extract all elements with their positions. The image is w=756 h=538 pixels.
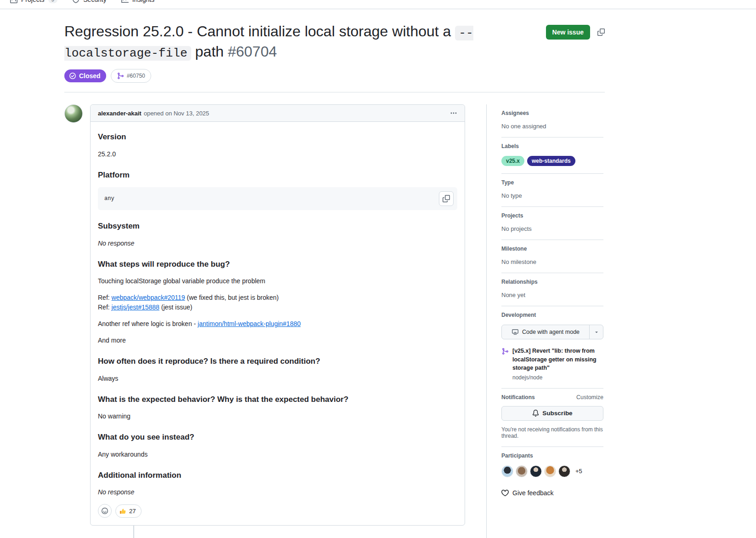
participant-avatar[interactable] — [558, 465, 570, 477]
and-more-paragraph: And more — [98, 336, 457, 345]
status-badge: Closed — [64, 69, 106, 82]
label-v25x[interactable]: v25.x — [501, 156, 524, 166]
customize-link[interactable]: Customize — [576, 394, 603, 401]
issue-title-text2: path — [191, 43, 228, 60]
issue-title-text: Regression 25.2.0 - Cannot initialize lo… — [64, 23, 455, 40]
kebab-menu-icon[interactable] — [450, 109, 457, 117]
tab-insights[interactable]: Insights — [114, 0, 162, 9]
copy-code-button[interactable] — [439, 191, 454, 206]
ref2-link[interactable]: jestjs/jest#15888 — [112, 303, 159, 311]
comment-header: alexander-akait opened on Nov 13, 2025 — [91, 105, 465, 122]
sidebar-section-type[interactable]: Type No type — [501, 174, 603, 207]
code-with-agent-button-group: Code with agent mode — [501, 325, 603, 339]
linked-pr-number: #60750 — [127, 73, 145, 79]
avatar[interactable] — [64, 104, 83, 123]
thumbs-up-count: 27 — [129, 507, 136, 516]
comment-author[interactable]: alexander-akait — [98, 110, 142, 117]
shield-icon — [72, 0, 80, 3]
participant-avatar[interactable] — [516, 465, 528, 477]
linked-pr-item[interactable]: [v25.x] Revert "lib: throw from localSto… — [501, 347, 603, 380]
linked-pr-chip[interactable]: #60750 — [111, 69, 151, 83]
tab-security[interactable]: Security — [65, 0, 114, 9]
agent-dropdown-button[interactable] — [589, 325, 603, 339]
status-badge-label: Closed — [79, 72, 101, 80]
thumbs-up-icon — [119, 508, 126, 515]
subscribe-label: Subscribe — [542, 410, 572, 417]
bell-icon — [532, 410, 539, 417]
git-merge-icon — [117, 72, 124, 80]
platform-code-block: any — [98, 187, 457, 210]
instead-value: Any workarounds — [98, 450, 457, 459]
ref2-prefix: Ref: — [98, 303, 112, 311]
issue-title: Regression 25.2.0 - Cannot initialize lo… — [64, 21, 546, 62]
version-value: 25.2.0 — [98, 149, 457, 159]
give-feedback-link[interactable]: Give feedback — [501, 489, 603, 497]
copy-title-icon[interactable] — [597, 29, 605, 36]
section-heading-subsystem: Subsystem — [98, 220, 457, 232]
participant-avatar[interactable] — [544, 465, 556, 477]
tab-security-label: Security — [83, 0, 107, 3]
section-heading-version: Version — [98, 131, 457, 143]
type-value: No type — [501, 192, 603, 199]
participant-avatar[interactable] — [501, 465, 513, 477]
ref1-suffix: (we fixed this, but jest is broken) — [185, 294, 279, 301]
linked-pr-title: [v25.x] Revert "lib: throw from localSto… — [512, 347, 603, 372]
type-heading: Type — [501, 179, 603, 186]
sidebar-section-milestone[interactable]: Milestone No milestone — [501, 240, 603, 273]
sidebar-section-development: Development Code with agent mode [v25.x — [501, 306, 603, 388]
code-with-agent-label: Code with agent mode — [522, 329, 580, 335]
new-issue-button[interactable]: New issue — [546, 25, 590, 40]
relationships-value: None yet — [501, 292, 603, 298]
often-value: Always — [98, 374, 457, 383]
assignees-value: No one assigned — [501, 123, 603, 130]
section-heading-instead: What do you see instead? — [98, 431, 457, 443]
section-heading-platform: Platform — [98, 169, 457, 181]
comment-timestamp: opened on Nov 13, 2025 — [144, 110, 209, 117]
reactions-row: 27 — [98, 504, 457, 518]
sidebar-section-notifications: Notifications Customize Subscribe You're… — [501, 389, 603, 447]
agent-device-icon — [512, 328, 519, 336]
add-reaction-button[interactable] — [98, 504, 112, 518]
heart-icon — [501, 489, 509, 497]
tab-insights-label: Insights — [132, 0, 154, 3]
refs-paragraph: Ref: webpack/webpack#20119 (we fixed thi… — [98, 293, 457, 312]
section-heading-expected: What is the expected behavior? Why is th… — [98, 394, 457, 406]
tab-projects-label: Projects — [21, 0, 45, 3]
platform-code-text: any — [104, 195, 114, 202]
subscribe-button[interactable]: Subscribe — [501, 406, 603, 421]
comment-body: Version 25.2.0 Platform any Subsystem No… — [91, 122, 465, 525]
graph-icon — [121, 0, 129, 3]
another-ref-prefix: Another ref where logic is broken - — [98, 320, 198, 327]
projects-counter: 9 — [48, 0, 58, 3]
sidebar-section-projects[interactable]: Projects No projects — [501, 207, 603, 240]
section-heading-often: How often does it reproduce? Is there a … — [98, 355, 457, 367]
issue-comment: alexander-akait opened on Nov 13, 2025 V… — [90, 104, 465, 526]
timeline-connector — [133, 526, 134, 538]
tab-projects[interactable]: Projects 9 — [3, 0, 65, 9]
code-with-agent-button[interactable]: Code with agent mode — [502, 325, 589, 339]
notifications-note: You're not receiving notifications from … — [501, 426, 603, 439]
sidebar-section-relationships[interactable]: Relationships None yet — [501, 273, 603, 306]
issue-sidebar: Assignees No one assigned Labels v25.x w… — [486, 104, 603, 538]
another-ref-paragraph: Another ref where logic is broken - jant… — [98, 319, 457, 329]
projects-value: No projects — [501, 225, 603, 232]
chevron-down-icon — [594, 329, 599, 335]
label-web-standards[interactable]: web-standards — [527, 156, 575, 166]
projects-icon — [10, 0, 17, 3]
ref1-prefix: Ref: — [98, 294, 112, 301]
thumbs-up-reaction[interactable]: 27 — [115, 504, 142, 518]
ref1-link[interactable]: webpack/webpack#20119 — [112, 294, 185, 301]
relationships-heading: Relationships — [501, 279, 603, 285]
check-circle-icon — [69, 72, 76, 80]
another-ref-link[interactable]: jantimon/html-webpack-plugin#1880 — [198, 320, 301, 327]
development-heading: Development — [501, 312, 603, 318]
participants-heading: Participants — [501, 452, 603, 459]
issue-number: #60704 — [228, 43, 277, 60]
participant-avatar[interactable] — [530, 465, 542, 477]
steps-paragraph: Touching localStorage global variable pr… — [98, 276, 457, 286]
sidebar-section-assignees[interactable]: Assignees No one assigned — [501, 104, 603, 137]
milestone-heading: Milestone — [501, 246, 603, 252]
expected-value: No warning — [98, 412, 457, 421]
sidebar-section-labels[interactable]: Labels v25.x web-standards — [501, 137, 603, 174]
section-heading-steps: What steps will reproduce the bug? — [98, 258, 457, 270]
